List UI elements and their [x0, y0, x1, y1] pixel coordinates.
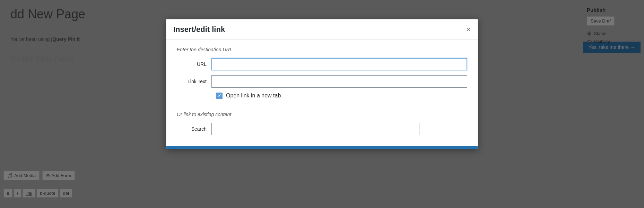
checkmark-icon: ✓: [218, 94, 221, 98]
link-text-input[interactable]: [211, 75, 467, 88]
modal-close-button[interactable]: ×: [466, 26, 471, 33]
search-label: Search: [177, 126, 211, 132]
modal-body: Enter the destination URL URL Link Text …: [166, 40, 478, 149]
url-section-label: Enter the destination URL: [177, 47, 467, 52]
search-row: Search: [177, 123, 467, 135]
link-text-label: Link Text: [177, 79, 211, 84]
search-input[interactable]: [211, 123, 419, 135]
open-new-tab-checkbox[interactable]: ✓: [216, 93, 223, 99]
modal-header: Insert/edit link ×: [166, 19, 478, 40]
open-new-tab-label: Open link in a new tab: [226, 93, 281, 99]
url-label: URL: [177, 61, 211, 67]
section-divider: [177, 106, 467, 106]
checkbox-wrapper: ✓ Open link in a new tab: [216, 93, 281, 99]
insert-edit-link-modal: Insert/edit link × Enter the destination…: [166, 19, 478, 149]
open-new-tab-row: ✓ Open link in a new tab: [177, 93, 467, 99]
link-existing-label: Or link to existing content: [177, 112, 467, 117]
url-input[interactable]: [211, 58, 467, 70]
modal-bottom-bar: [166, 146, 478, 149]
modal-title: Insert/edit link: [173, 25, 225, 34]
url-row: URL: [177, 58, 467, 70]
link-text-row: Link Text: [177, 75, 467, 88]
